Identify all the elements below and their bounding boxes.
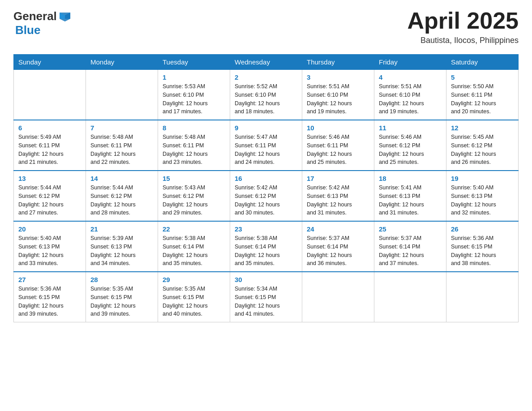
day-info: Sunrise: 5:52 AM Sunset: 6:10 PM Dayligh… <box>235 82 297 116</box>
logo: General Blue <box>13 9 72 37</box>
weekday-header-tuesday: Tuesday <box>158 55 230 70</box>
calendar-cell: 30Sunrise: 5:34 AM Sunset: 6:15 PM Dayli… <box>230 272 302 322</box>
day-info: Sunrise: 5:53 AM Sunset: 6:10 PM Dayligh… <box>163 82 225 116</box>
calendar-cell <box>86 70 158 120</box>
calendar-cell: 6Sunrise: 5:49 AM Sunset: 6:11 PM Daylig… <box>14 120 86 171</box>
day-number: 10 <box>307 124 369 132</box>
calendar-cell <box>374 272 446 322</box>
day-number: 12 <box>451 124 514 132</box>
weekday-header-row: SundayMondayTuesdayWednesdayThursdayFrid… <box>14 55 519 70</box>
calendar-cell: 24Sunrise: 5:37 AM Sunset: 6:14 PM Dayli… <box>302 221 374 272</box>
day-number: 14 <box>90 175 153 182</box>
day-info: Sunrise: 5:38 AM Sunset: 6:14 PM Dayligh… <box>235 234 297 268</box>
weekday-header-friday: Friday <box>374 55 446 70</box>
day-info: Sunrise: 5:45 AM Sunset: 6:12 PM Dayligh… <box>451 133 514 167</box>
day-number: 15 <box>163 175 225 182</box>
day-number: 30 <box>235 276 297 283</box>
calendar-cell: 9Sunrise: 5:47 AM Sunset: 6:11 PM Daylig… <box>230 120 302 171</box>
calendar-subtitle: Bautista, Ilocos, Philippines <box>407 36 519 45</box>
title-section: April 2025 Bautista, Ilocos, Philippines <box>407 9 519 45</box>
calendar-cell: 11Sunrise: 5:46 AM Sunset: 6:12 PM Dayli… <box>374 120 446 171</box>
calendar-cell: 5Sunrise: 5:50 AM Sunset: 6:11 PM Daylig… <box>446 70 519 120</box>
calendar-title: April 2025 <box>407 9 519 32</box>
logo-general-text: General <box>13 9 57 23</box>
day-number: 19 <box>451 175 514 182</box>
day-info: Sunrise: 5:46 AM Sunset: 6:11 PM Dayligh… <box>307 133 369 167</box>
day-info: Sunrise: 5:42 AM Sunset: 6:13 PM Dayligh… <box>307 184 369 217</box>
day-info: Sunrise: 5:38 AM Sunset: 6:14 PM Dayligh… <box>163 234 225 268</box>
calendar-cell: 22Sunrise: 5:38 AM Sunset: 6:14 PM Dayli… <box>158 221 230 272</box>
calendar-cell: 8Sunrise: 5:48 AM Sunset: 6:11 PM Daylig… <box>158 120 230 171</box>
day-number: 2 <box>235 73 297 81</box>
day-number: 25 <box>379 225 442 233</box>
calendar-cell: 25Sunrise: 5:37 AM Sunset: 6:14 PM Dayli… <box>374 221 446 272</box>
week-row-2: 6Sunrise: 5:49 AM Sunset: 6:11 PM Daylig… <box>14 120 519 171</box>
calendar-table: SundayMondayTuesdayWednesdayThursdayFrid… <box>13 54 519 322</box>
calendar-cell: 27Sunrise: 5:36 AM Sunset: 6:15 PM Dayli… <box>14 272 86 322</box>
day-number: 29 <box>163 276 225 283</box>
day-info: Sunrise: 5:39 AM Sunset: 6:13 PM Dayligh… <box>90 234 153 268</box>
day-number: 28 <box>90 276 153 283</box>
day-number: 7 <box>90 124 153 132</box>
calendar-cell: 1Sunrise: 5:53 AM Sunset: 6:10 PM Daylig… <box>158 70 230 120</box>
day-info: Sunrise: 5:37 AM Sunset: 6:14 PM Dayligh… <box>379 234 442 268</box>
day-number: 23 <box>235 225 297 233</box>
day-info: Sunrise: 5:40 AM Sunset: 6:13 PM Dayligh… <box>451 184 514 217</box>
calendar-cell: 19Sunrise: 5:40 AM Sunset: 6:13 PM Dayli… <box>446 171 519 221</box>
day-info: Sunrise: 5:51 AM Sunset: 6:10 PM Dayligh… <box>379 82 442 116</box>
logo-blue-text: Blue <box>15 23 40 37</box>
day-info: Sunrise: 5:47 AM Sunset: 6:11 PM Dayligh… <box>235 133 297 167</box>
week-row-5: 27Sunrise: 5:36 AM Sunset: 6:15 PM Dayli… <box>14 272 519 322</box>
calendar-cell: 18Sunrise: 5:41 AM Sunset: 6:13 PM Dayli… <box>374 171 446 221</box>
day-number: 16 <box>235 175 297 182</box>
calendar-cell: 3Sunrise: 5:51 AM Sunset: 6:10 PM Daylig… <box>302 70 374 120</box>
day-number: 20 <box>18 225 81 233</box>
calendar-cell: 15Sunrise: 5:43 AM Sunset: 6:12 PM Dayli… <box>158 171 230 221</box>
calendar-cell: 23Sunrise: 5:38 AM Sunset: 6:14 PM Dayli… <box>230 221 302 272</box>
week-row-3: 13Sunrise: 5:44 AM Sunset: 6:12 PM Dayli… <box>14 171 519 221</box>
calendar-cell: 29Sunrise: 5:35 AM Sunset: 6:15 PM Dayli… <box>158 272 230 322</box>
weekday-header-thursday: Thursday <box>302 55 374 70</box>
calendar-cell <box>14 70 86 120</box>
day-info: Sunrise: 5:51 AM Sunset: 6:10 PM Dayligh… <box>307 82 369 116</box>
calendar-cell: 12Sunrise: 5:45 AM Sunset: 6:12 PM Dayli… <box>446 120 519 171</box>
day-info: Sunrise: 5:35 AM Sunset: 6:15 PM Dayligh… <box>90 285 153 318</box>
day-number: 26 <box>451 225 514 233</box>
day-number: 5 <box>451 73 514 81</box>
day-number: 6 <box>18 124 81 132</box>
weekday-header-monday: Monday <box>86 55 158 70</box>
calendar-cell: 10Sunrise: 5:46 AM Sunset: 6:11 PM Dayli… <box>302 120 374 171</box>
calendar-cell <box>446 272 519 322</box>
calendar-cell: 7Sunrise: 5:48 AM Sunset: 6:11 PM Daylig… <box>86 120 158 171</box>
day-info: Sunrise: 5:41 AM Sunset: 6:13 PM Dayligh… <box>379 184 442 217</box>
day-number: 4 <box>379 73 442 81</box>
calendar-cell: 2Sunrise: 5:52 AM Sunset: 6:10 PM Daylig… <box>230 70 302 120</box>
calendar-cell: 17Sunrise: 5:42 AM Sunset: 6:13 PM Dayli… <box>302 171 374 221</box>
week-row-1: 1Sunrise: 5:53 AM Sunset: 6:10 PM Daylig… <box>14 70 519 120</box>
day-info: Sunrise: 5:43 AM Sunset: 6:12 PM Dayligh… <box>163 184 225 217</box>
calendar-cell: 20Sunrise: 5:40 AM Sunset: 6:13 PM Dayli… <box>14 221 86 272</box>
day-info: Sunrise: 5:35 AM Sunset: 6:15 PM Dayligh… <box>163 285 225 318</box>
day-number: 18 <box>379 175 442 182</box>
day-number: 13 <box>18 175 81 182</box>
logo-icon <box>58 9 72 23</box>
weekday-header-sunday: Sunday <box>14 55 86 70</box>
day-number: 17 <box>307 175 369 182</box>
day-info: Sunrise: 5:40 AM Sunset: 6:13 PM Dayligh… <box>18 234 81 268</box>
day-info: Sunrise: 5:48 AM Sunset: 6:11 PM Dayligh… <box>163 133 225 167</box>
calendar-cell: 14Sunrise: 5:44 AM Sunset: 6:12 PM Dayli… <box>86 171 158 221</box>
day-number: 1 <box>163 73 225 81</box>
day-info: Sunrise: 5:44 AM Sunset: 6:12 PM Dayligh… <box>18 184 81 217</box>
day-info: Sunrise: 5:36 AM Sunset: 6:15 PM Dayligh… <box>451 234 514 268</box>
day-info: Sunrise: 5:37 AM Sunset: 6:14 PM Dayligh… <box>307 234 369 268</box>
calendar-cell: 21Sunrise: 5:39 AM Sunset: 6:13 PM Dayli… <box>86 221 158 272</box>
page-header: General Blue April 2025 Bautista, Ilocos… <box>13 9 519 45</box>
day-number: 24 <box>307 225 369 233</box>
day-info: Sunrise: 5:36 AM Sunset: 6:15 PM Dayligh… <box>18 285 81 318</box>
day-number: 3 <box>307 73 369 81</box>
day-number: 9 <box>235 124 297 132</box>
day-number: 8 <box>163 124 225 132</box>
calendar-cell: 26Sunrise: 5:36 AM Sunset: 6:15 PM Dayli… <box>446 221 519 272</box>
week-row-4: 20Sunrise: 5:40 AM Sunset: 6:13 PM Dayli… <box>14 221 519 272</box>
day-number: 11 <box>379 124 442 132</box>
